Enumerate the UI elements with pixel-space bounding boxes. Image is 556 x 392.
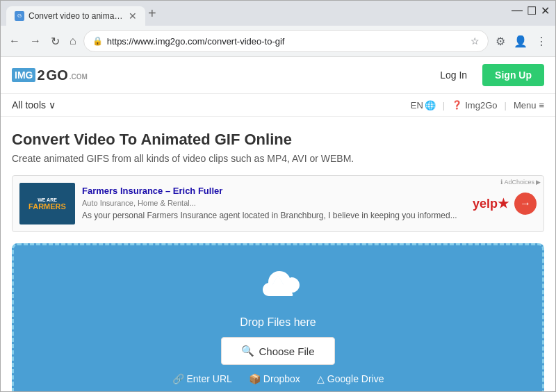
logo-go: GO [47, 67, 68, 83]
enter-url-label: Enter URL [187, 373, 232, 384]
upload-links: 🔗 Enter URL 📦 Dropbox △ Google Drive [172, 373, 384, 384]
ad-choices-arrow: ▶ [536, 179, 541, 186]
cloud-upload-svg [254, 266, 302, 308]
yelp-logo: yelp★ [473, 196, 509, 211]
logo-text: IMG 2 GO .COM [12, 67, 88, 83]
home-button[interactable]: ⌂ [67, 32, 79, 50]
back-button[interactable]: ← [6, 32, 23, 50]
tab-title: Convert video to animated GIF [28, 11, 124, 21]
search-icon: 🔍 [241, 345, 254, 357]
choose-file-label: Choose File [259, 345, 314, 357]
dropbox-label: Dropbox [263, 373, 300, 384]
ad-choices-label: AdChoices [504, 179, 534, 186]
menu-label: Menu [514, 100, 537, 111]
page-title: Convert Video To Animated GIF Online [12, 131, 544, 149]
menu-icon: ≡ [539, 100, 544, 111]
svg-rect-2 [276, 285, 280, 295]
language-selector[interactable]: EN 🌐 [411, 100, 436, 111]
img2go-label: Img2Go [465, 100, 497, 111]
img2go-nav-link[interactable]: ❓ Img2Go [452, 100, 497, 111]
enter-url-link[interactable]: 🔗 Enter URL [172, 373, 232, 384]
ad-banner: WE ARE FARMERS Farmers Insurance – Erich… [12, 175, 544, 232]
google-drive-label: Google Drive [327, 373, 384, 384]
all-tools-dropdown[interactable]: All tools ∨ [12, 99, 56, 111]
page-content: IMG 2 GO .COM Log In Sign Up All tools ∨… [1, 57, 555, 392]
browser-window: G Convert video to animated GIF ✕ + — ☐ … [0, 0, 556, 392]
window-maximize-button[interactable]: ☐ [527, 4, 537, 23]
forward-button[interactable]: → [27, 32, 44, 50]
site-header: IMG 2 GO .COM Log In Sign Up [1, 57, 555, 94]
choose-file-button[interactable]: 🔍 Choose File [221, 337, 334, 365]
login-button[interactable]: Log In [432, 65, 475, 85]
tab-close-icon[interactable]: ✕ [129, 10, 137, 22]
profile-icon[interactable]: 👤 [511, 32, 530, 51]
tab-bar: G Convert video to animated GIF ✕ + — ☐ … [1, 1, 555, 26]
ad-choices-icon: ℹ [500, 179, 502, 186]
browser-chrome: G Convert video to animated GIF ✕ + — ☐ … [1, 1, 555, 57]
drop-files-text: Drop Files here [240, 316, 316, 329]
ad-subtitle: Auto Insurance, Home & Rental... [82, 199, 466, 207]
reload-button[interactable]: ↻ [48, 32, 63, 51]
tab-favicon: G [15, 11, 24, 21]
ad-arrow-button[interactable]: → [514, 193, 537, 215]
menu-button[interactable]: Menu ≡ [514, 100, 544, 111]
ad-farmers-text: FARMERS [28, 202, 66, 211]
active-tab[interactable]: G Convert video to animated GIF ✕ [6, 6, 145, 26]
star-icon[interactable]: ☆ [471, 35, 480, 47]
img2go-icon: ❓ [452, 100, 462, 110]
site-logo: IMG 2 GO .COM [12, 67, 88, 83]
nav-divider-2: | [504, 100, 506, 111]
logo-2: 2 [37, 67, 44, 83]
google-drive-link[interactable]: △ Google Drive [317, 373, 384, 384]
more-options-button[interactable]: ⋮ [533, 32, 550, 51]
ad-title[interactable]: Farmers Insurance – Erich Fuller [82, 186, 466, 196]
header-actions: Log In Sign Up [432, 64, 544, 86]
nav-divider-1: | [443, 100, 445, 111]
google-drive-icon: △ [317, 373, 325, 384]
ad-yelp: yelp★ → [473, 193, 537, 215]
extension-icon[interactable]: ⚙ [493, 32, 508, 51]
globe-icon: 🌐 [425, 100, 436, 111]
ad-we-are: WE ARE [38, 197, 57, 202]
lang-label: EN [411, 100, 423, 111]
site-nav: All tools ∨ EN 🌐 | ❓ Img2Go | Menu ≡ [1, 94, 555, 117]
ad-image: WE ARE FARMERS [19, 183, 75, 224]
window-minimize-button[interactable]: — [512, 4, 523, 23]
dropbox-link[interactable]: 📦 Dropbox [249, 373, 300, 384]
dropbox-icon: 📦 [249, 373, 261, 384]
url-text: https://www.img2go.com/convert-video-to-… [107, 36, 466, 47]
window-close-button[interactable]: ✕ [541, 4, 550, 23]
main-content: Convert Video To Animated GIF Online Cre… [1, 117, 555, 392]
signup-button[interactable]: Sign Up [482, 64, 544, 86]
link-icon: 🔗 [172, 373, 184, 384]
ad-content: Farmers Insurance – Erich Fuller Auto In… [82, 186, 466, 222]
nav-bar: ← → ↻ ⌂ 🔒 https://www.img2go.com/convert… [1, 26, 555, 56]
page-subtitle: Create animated GIFS from all kinds of v… [12, 153, 544, 164]
all-tools-label: All tools [12, 99, 46, 111]
lock-icon: 🔒 [92, 36, 103, 46]
ad-choices: ℹ AdChoices ▶ [500, 179, 541, 186]
logo-com: .COM [70, 73, 88, 81]
upload-area[interactable]: Drop Files here 🔍 Choose File 🔗 Enter UR… [12, 243, 544, 392]
ad-description: As your personal Farmers Insurance agent… [82, 210, 466, 222]
window-controls: — ☐ ✕ [512, 4, 550, 28]
address-bar[interactable]: 🔒 https://www.img2go.com/convert-video-t… [83, 30, 489, 52]
new-tab-button[interactable]: + [148, 6, 156, 26]
nav-right: EN 🌐 | ❓ Img2Go | Menu ≡ [411, 100, 544, 111]
logo-img-box: IMG [12, 68, 35, 82]
nav-actions: ⚙ 👤 ⋮ [493, 32, 550, 51]
upload-icon [254, 266, 302, 308]
chevron-down-icon: ∨ [49, 99, 56, 111]
